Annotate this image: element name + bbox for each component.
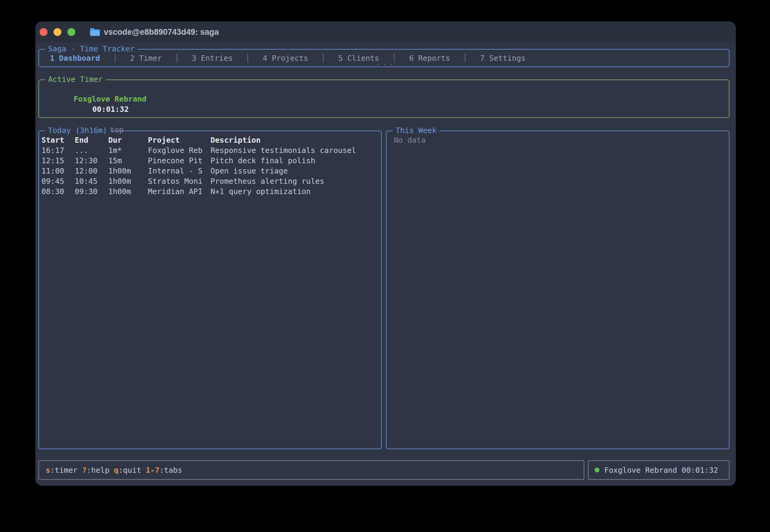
cell-end: 12:00 [75,166,108,176]
hint-action: :quit [119,466,141,475]
cell-start: 11:00 [41,166,75,176]
tab-timer[interactable]: 2 Timer [130,54,162,63]
active-timer-label: Active Timer [45,74,106,85]
today-panel: Today (3h16m) Start End Dur Project Desc… [38,131,382,449]
cell-project: Stratos Moni [148,176,210,187]
app-title-label: Saga - Time Tracker [45,44,138,54]
hint-quit: q:quit [114,466,141,475]
tab-separator: │ [113,54,117,63]
cell-project: Pinecone Pit [148,156,210,166]
tab-entries[interactable]: 3 Entries [192,54,232,63]
status-elapsed: 00:01:32 [682,466,718,475]
tab-separator: │ [245,54,250,63]
cell-end: 09:30 [75,187,108,197]
col-end: End [75,135,108,145]
col-description: Description [210,135,381,145]
tab-settings[interactable]: 7 Settings [480,54,526,63]
hint-tabs: 1-7:tabs [146,466,182,475]
timer-status-box: Foxglove Rebrand 00:01:32 [588,460,729,480]
this-week-panel: This Week No data [386,131,729,449]
hint-key: q [114,466,119,475]
hint-timer: s:timer [46,466,77,475]
cell-project: Foxglove Reb [148,145,210,156]
tab-projects[interactable]: 4 Projects [263,54,308,63]
tab-dashboard[interactable]: 1 Dashboard [50,54,100,63]
cell-start: 16:17 [41,145,75,156]
hint-action: :help [86,466,109,475]
cell-end: 12:30 [75,156,108,166]
tab-reports[interactable]: 6 Reports [409,54,450,63]
cell-end: 10:45 [75,176,108,187]
cell-start: 09:45 [41,176,75,187]
col-dur: Dur [108,135,148,145]
cell-end: ... [75,145,108,156]
tab-separator: │ [174,54,179,63]
tab-separator: │ [321,54,325,63]
minimize-button[interactable] [54,28,61,36]
tab-separator: │ [463,54,467,63]
status-bar: s:timer ?:help q:quit 1-7:tabs [38,460,584,480]
col-project: Project [148,135,210,145]
hint-help: ?:help [82,466,109,475]
this-week-label: This Week [393,125,440,136]
tab-clients[interactable]: 5 Clients [338,54,379,63]
terminal-window: vscode@e8b890743d49: saga ··· Saga - Tim… [35,21,736,486]
cell-project: Meridian API [148,187,210,197]
titlebar[interactable]: vscode@e8b890743d49: saga [35,21,736,43]
table-row: 08:30 09:30 1h00m Meridian API N+1 query… [39,187,381,197]
tab-separator: │ [392,54,397,63]
cell-project: Internal - S [148,166,210,176]
zoom-button[interactable] [67,28,75,36]
cell-description: Responsive testimonials carousel [210,145,381,156]
cell-dur: 15m [108,156,148,166]
cell-description: Open issue triage [210,166,381,176]
active-timer-line: Foxglove Rebrand 00:01:32 [39,80,729,125]
cell-dur: 1h00m [108,187,148,197]
folder-icon [90,28,100,36]
col-start: Start [41,135,75,145]
hint-key: 1-7 [146,466,159,475]
close-button[interactable] [40,28,47,36]
cell-description: Prometheus alerting rules [210,176,381,187]
today-label: Today (3h16m) [45,125,110,136]
today-table: Start End Dur Project Description 16:17 … [39,135,381,197]
table-row: 09:45 10:45 1h00m Stratos Moni Prometheu… [39,176,381,187]
active-timer-panel: Active Timer Foxglove Rebrand 00:01:32 P… [38,79,729,118]
cell-start: 12:15 [41,156,75,166]
table-row: 16:17 ... 1m* Foxglove Reb Responsive te… [39,145,381,156]
cell-dur: 1h00m [108,166,148,176]
active-timer-elapsed: 00:01:32 [92,105,128,114]
tab-list: 1 Dashboard │ 2 Timer │ 3 Entries │ 4 Pr… [39,50,729,67]
status-project: Foxglove Rebrand [604,466,677,475]
hint-action: :timer [50,466,77,475]
cell-description: Pitch deck final polish [210,156,381,166]
table-row: 12:15 12:30 15m Pinecone Pit Pitch deck … [39,156,381,166]
cell-start: 08:30 [41,187,75,197]
table-header-row: Start End Dur Project Description [39,135,381,145]
window-title: vscode@e8b890743d49: saga [104,28,219,37]
hint-key: s [46,466,50,475]
cell-dur: 1m* [108,145,148,156]
table-row: 11:00 12:00 1h00m Internal - S Open issu… [39,166,381,176]
tab-bar: Saga - Time Tracker 1 Dashboard │ 2 Time… [38,49,729,67]
cell-description: N+1 query optimization [210,187,381,197]
cell-dur: 1h00m [108,176,148,187]
hint-action: :tabs [159,466,182,475]
hint-key: ? [82,466,86,475]
recording-dot-icon [595,468,600,472]
active-timer-project: Foxglove Rebrand [73,95,146,103]
